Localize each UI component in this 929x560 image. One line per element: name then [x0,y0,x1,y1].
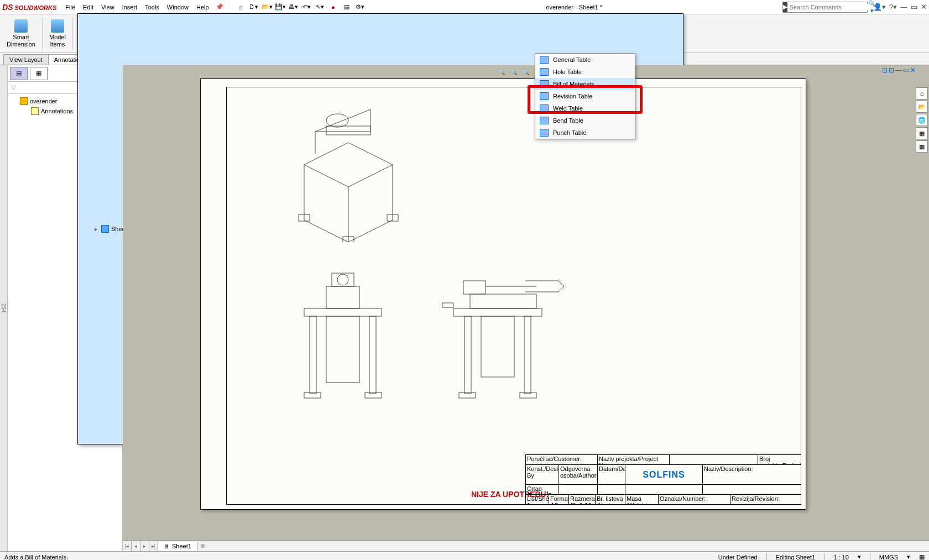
right-toolbar: ⌂ 📂 🌐 ▦ ▦ [916,87,928,153]
menu-edit[interactable]: Edit [83,4,93,11]
rebuild-icon[interactable]: ● [327,2,340,13]
restore-icon[interactable]: ▭ [911,3,917,11]
solfins-logo: SOLFINS [643,470,685,480]
menu-view[interactable]: View [101,4,114,11]
smart-dimension-button[interactable]: Smart Dimension [3,16,39,51]
home-icon[interactable]: ⌂ [234,2,247,13]
feature-manager-panel: ▤ ▦ › ▽ overender Annotations ▸Sheet1 [8,65,123,551]
new-icon[interactable]: 🗋▾ [248,2,260,13]
print-icon[interactable]: 🖶▾ [288,2,300,13]
dd-bend-table[interactable]: Bend Table [535,114,635,127]
svg-rect-11 [332,273,354,286]
table-icon [540,92,549,100]
svg-rect-15 [464,316,471,394]
status-under-defined: Under Defined [718,554,758,561]
status-units[interactable]: MMGS [879,554,898,561]
menu-help[interactable]: Help [196,4,209,11]
settings-icon[interactable]: ⚙▾ [354,2,366,13]
property-tab-icon[interactable]: ▦ [30,67,48,80]
pin-icon[interactable]: 📌 [216,3,223,11]
status-hint: Adds a Bill of Materials. [4,554,68,561]
dd-weld-table[interactable]: Weld Table [535,102,635,114]
close-icon[interactable]: ✕ [921,3,927,11]
status-bar: Adds a Bill of Materials. Under Defined … [0,551,929,560]
doc-min-icon[interactable]: ― [895,66,902,74]
tree-sheet1[interactable]: ▸Sheet1 [77,94,122,444]
tables-dropdown: General Table Hole Table Bill of Materia… [535,53,635,139]
select-icon[interactable]: ↖▾ [314,2,326,13]
doc-max-icon[interactable]: ▭ [903,66,909,74]
svg-rect-6 [310,316,316,394]
menu-bar: File Edit View Insert Tools Window Help [65,4,208,11]
svg-rect-19 [470,294,536,308]
side-view[interactable] [437,264,570,402]
zoom-prev-icon[interactable]: 🔍 [520,66,531,77]
app-logo: DS SOLIDWORKS [2,3,56,12]
feature-tree-tab-icon[interactable]: ▤ [10,67,28,80]
table-icon [540,129,549,137]
doc-window-controls: ⊡ ⊡ ― ▭ ✕ [882,66,916,74]
dd-bill-of-materials[interactable]: Bill of Materials [535,78,635,90]
sheet-tab-1[interactable]: 🗎Sheet1 [158,542,197,551]
rt-display-icon[interactable]: ▦ [916,140,928,153]
svg-rect-21 [442,303,453,307]
doc-back-icon[interactable]: ⊡ [882,66,888,74]
menu-insert[interactable]: Insert [122,4,138,11]
sheet-border: NIJE ZA UPOTREBU! Poručilac/Customer: Na… [226,87,801,505]
tab-view-layout[interactable]: View Layout [3,54,49,65]
sheet-nav-first-icon[interactable]: |◂ [123,541,132,551]
isometric-view[interactable] [282,98,415,242]
rt-open-icon[interactable]: 📂 [916,101,928,113]
add-sheet-icon[interactable]: ⊕ [197,542,208,549]
front-view[interactable] [288,264,398,402]
status-scale[interactable]: 1 : 10 [833,554,849,561]
help-icon[interactable]: ?▾ [889,3,897,11]
zoom-fit-icon[interactable]: 🔍 [496,66,507,77]
menu-file[interactable]: File [65,4,75,11]
menu-tools[interactable]: Tools [145,4,159,11]
user-icon[interactable]: 👤▾ [873,3,886,11]
rt-home-icon[interactable]: ⌂ [916,87,928,100]
table-icon [540,117,549,124]
doc-fwd-icon[interactable]: ⊡ [889,66,894,74]
search-box[interactable]: ▶ 🔍▾ [782,2,868,13]
status-options-icon[interactable]: ▦ [919,553,925,560]
save-icon[interactable]: 💾▾ [274,2,286,13]
svg-point-3 [326,114,348,127]
title-block: Poručilac/Customer: Naziv projekta/Proje… [525,454,801,504]
open-icon[interactable]: 📂▾ [261,2,273,13]
model-items-button[interactable]: Model Items [46,16,69,51]
svg-rect-14 [453,308,542,316]
undo-icon[interactable]: ↶▾ [301,2,313,13]
table-icon [540,80,549,88]
rt-custom-icon[interactable]: ▦ [916,127,928,139]
left-ruler: 254 [0,65,8,551]
svg-rect-5 [304,308,382,316]
table-icon [540,104,549,112]
document-title: overender - Sheet1 * [366,4,782,11]
drawing-sheet[interactable]: NIJE ZA UPOTREBU! Poručilac/Customer: Na… [200,78,806,510]
zoom-area-icon[interactable]: 🔍 [508,66,519,77]
search-input[interactable] [787,4,868,11]
search-cmd-icon: ▶ [783,2,787,12]
table-icon [540,56,549,64]
sheet-nav-next-icon[interactable]: ▸ [140,541,149,551]
titlebar: DS SOLIDWORKS File Edit View Insert Tool… [0,0,929,14]
rt-appearance-icon[interactable]: 🌐 [916,114,928,126]
options-icon[interactable]: ▤ [341,2,353,13]
sheet-nav-last-icon[interactable]: ▸| [149,541,158,551]
svg-point-12 [337,274,348,285]
table-icon [540,68,549,76]
dd-hole-table[interactable]: Hole Table [535,66,635,78]
dd-punch-table[interactable]: Punch Table [535,127,635,139]
drawing-canvas[interactable]: 🔍 🔍 🔍 ✥ ◉ ⊡ ⊡ ― ▭ ✕ ⌂ 📂 🌐 ▦ ▦ [123,65,929,551]
sheet-nav-prev-icon[interactable]: ◂ [132,541,140,551]
svg-rect-22 [481,316,514,377]
dd-revision-table[interactable]: Revision Table [535,90,635,102]
menu-window[interactable]: Window [167,4,189,11]
minimize-icon[interactable]: ― [900,3,907,11]
doc-close-icon[interactable]: ✕ [910,66,916,74]
dd-general-table[interactable]: General Table [535,54,635,66]
feature-tree: overender Annotations ▸Sheet1 [8,94,122,551]
status-editing: Editing Sheet1 [776,554,816,561]
